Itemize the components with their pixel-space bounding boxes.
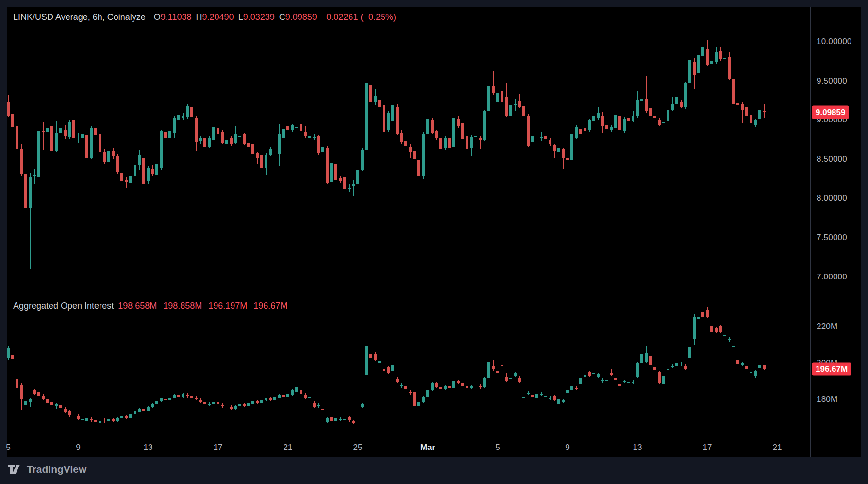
oi-axis-tick: 220M <box>817 322 837 331</box>
oi-title[interactable]: Aggregated Open Interest <box>13 301 114 311</box>
tradingview-logo-icon <box>7 462 22 476</box>
time-axis-separator-line <box>7 438 861 438</box>
price-axis-tick: 7.00000 <box>817 272 847 282</box>
price-axis-tick: 7.50000 <box>817 233 847 242</box>
time-axis-label: 5 <box>495 443 500 452</box>
time-axis-label: 13 <box>633 443 642 452</box>
time-axis-label: 17 <box>214 443 223 452</box>
price-axis-tick: 9.50000 <box>817 76 847 86</box>
price-axis-tick: 8.00000 <box>817 193 847 203</box>
time-axis-label: 17 <box>703 443 712 452</box>
change-value: −0.02261 (−0.25%) <box>321 12 396 22</box>
ohlc-high: H9.20490 <box>196 12 234 22</box>
oi-ohlc-values: 198.658M 198.858M 196.197M 196.67M <box>118 301 287 311</box>
pane-separator-line[interactable] <box>7 294 861 294</box>
oi-low: 196.197M <box>208 301 247 311</box>
oi-pane-legend[interactable]: Aggregated Open Interest 198.658M 198.85… <box>13 301 287 311</box>
price-pane-legend[interactable]: LINK/USD Average, 6h, Coinalyze O9.11038… <box>13 12 396 22</box>
ohlc-open: O9.11038 <box>154 12 192 22</box>
oi-open: 198.658M <box>118 301 157 311</box>
time-axis-label: 25 <box>353 443 363 452</box>
price-axis-separator-line <box>810 7 811 457</box>
tradingview-chart-window: LINK/USD Average, 6h, Coinalyze O9.11038… <box>0 0 868 484</box>
oi-high: 198.858M <box>163 301 202 311</box>
price-axis-tick: 10.00000 <box>817 37 852 47</box>
candlestick-chart <box>0 0 868 484</box>
time-axis-label: 21 <box>284 443 293 452</box>
time-axis-label: 21 <box>773 443 782 452</box>
oi-axis-tick: 180M <box>817 395 837 404</box>
symbol-title[interactable]: LINK/USD Average, 6h, Coinalyze <box>13 12 146 22</box>
time-axis-label: 9 <box>76 443 80 452</box>
last-oi-badge: 196.67M <box>812 363 851 376</box>
price-candles <box>7 35 766 269</box>
time-axis-label: 13 <box>144 443 153 452</box>
last-price-badge: 9.09859 <box>812 106 849 119</box>
tradingview-logo[interactable]: TradingView <box>7 462 86 476</box>
tradingview-logo-text: TradingView <box>27 464 86 475</box>
ohlc-close: C9.09859 <box>279 12 317 22</box>
time-axis-label: Mar <box>420 443 435 452</box>
price-axis-tick: 8.50000 <box>817 155 847 164</box>
oi-close: 196.67M <box>253 301 287 311</box>
time-axis-label: 5 <box>6 443 10 452</box>
oi-candles <box>7 307 766 425</box>
ohlc-low: L9.03239 <box>238 12 275 22</box>
time-axis-label: 9 <box>565 443 569 452</box>
